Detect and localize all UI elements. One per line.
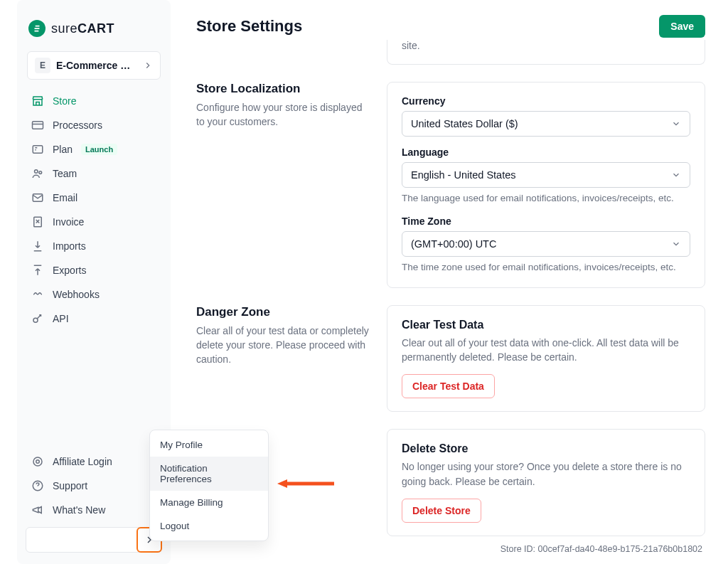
- section-desc: Clear all of your test data or completel…: [196, 324, 370, 367]
- store-id-footer: Store ID: 00cef7af-da40-48e9-b175-21a76b…: [500, 544, 702, 554]
- language-select[interactable]: English - United States: [402, 162, 690, 188]
- page-title: Store Settings: [196, 17, 302, 36]
- currency-value: United States Dollar ($): [411, 118, 518, 129]
- store-id-value: 00cef7af-da40-48e9-b175-21a76b0b1802: [538, 544, 702, 554]
- nav-label: Invoice: [53, 216, 84, 228]
- team-icon: [31, 167, 44, 180]
- nav-exports[interactable]: Exports: [26, 259, 162, 282]
- affiliate-icon: [31, 455, 44, 468]
- api-icon: [31, 312, 44, 325]
- megaphone-icon: [31, 504, 44, 516]
- timezone-label: Time Zone: [402, 216, 690, 227]
- nav-processors[interactable]: Processors: [26, 114, 162, 137]
- nav-label: What's New: [53, 504, 105, 516]
- clear-desc: Clear out all of your test data with one…: [402, 336, 690, 365]
- brand-wordmark: sureCART: [51, 21, 114, 36]
- secondary-nav: Affiliate Login Support What's New: [26, 450, 162, 521]
- timezone-value: (GMT+00:00) UTC: [411, 238, 496, 250]
- nav-email[interactable]: Email: [26, 186, 162, 209]
- currency-select[interactable]: United States Dollar ($): [402, 111, 690, 137]
- store-id-label: Store ID:: [500, 544, 538, 554]
- language-label: Language: [402, 147, 690, 158]
- previous-card-fragment: site.: [387, 40, 705, 65]
- language-help: The language used for email notification…: [402, 192, 690, 206]
- svg-point-9: [36, 460, 40, 464]
- chevron-down-icon: [671, 119, 681, 129]
- store-name: E-Commerce Bus…: [56, 60, 137, 71]
- brand-mark-icon: [28, 20, 46, 37]
- nav-affiliate[interactable]: Affiliate Login: [26, 450, 162, 473]
- clear-title: Clear Test Data: [402, 319, 690, 331]
- language-value: English - United States: [411, 169, 516, 181]
- nav-whatsnew[interactable]: What's New: [26, 499, 162, 521]
- user-menu-trigger[interactable]: [26, 527, 162, 553]
- nav-label: Exports: [53, 265, 86, 276]
- fragment-text: site.: [402, 40, 420, 51]
- email-icon: [31, 191, 44, 204]
- menu-manage-billing[interactable]: Manage Billing: [150, 491, 268, 514]
- nav-label: Processors: [53, 119, 102, 131]
- nav-label: Email: [53, 192, 77, 203]
- store-switcher[interactable]: E E-Commerce Bus…: [27, 51, 161, 80]
- export-icon: [31, 264, 44, 277]
- svg-point-7: [33, 318, 38, 322]
- nav-label: Imports: [53, 240, 86, 252]
- clear-test-data-button[interactable]: Clear Test Data: [402, 374, 495, 398]
- import-icon: [31, 240, 44, 252]
- svg-point-4: [39, 171, 42, 174]
- chevron-down-icon: [671, 170, 681, 180]
- nav-api[interactable]: API: [26, 307, 162, 330]
- brand-logo: sureCART: [26, 20, 162, 51]
- section-title: Danger Zone: [196, 305, 370, 319]
- nav-label: Webhooks: [53, 289, 100, 300]
- section-desc: Configure how your store is displayed to…: [196, 100, 370, 129]
- menu-my-profile[interactable]: My Profile: [150, 433, 268, 457]
- nav-webhooks[interactable]: Webhooks: [26, 283, 162, 306]
- chevron-right-icon: [143, 60, 153, 70]
- page-header: Store Settings Save: [196, 0, 705, 40]
- store-avatar: E: [35, 58, 50, 73]
- section-title: Store Localization: [196, 82, 370, 96]
- svg-rect-2: [33, 146, 43, 154]
- nav-label: Plan: [53, 144, 73, 155]
- svg-marker-12: [277, 479, 287, 488]
- invoice-icon: [31, 216, 44, 228]
- support-icon: [31, 479, 44, 492]
- localization-card: Currency United States Dollar ($) Langua…: [387, 82, 705, 288]
- timezone-select[interactable]: (GMT+00:00) UTC: [402, 231, 690, 257]
- sidebar: sureCART E E-Commerce Bus… Store Process…: [17, 0, 171, 564]
- section-localization: Store Localization Configure how your st…: [196, 82, 705, 288]
- nav-label: Team: [53, 168, 77, 179]
- menu-logout[interactable]: Logout: [150, 514, 268, 538]
- nav-imports[interactable]: Imports: [26, 235, 162, 257]
- primary-nav: Store Processors Plan Launch Team Email …: [26, 90, 162, 330]
- delete-store-card: Delete Store No longer using your store?…: [387, 429, 705, 536]
- user-menu-popup: My Profile Notification Preferences Mana…: [149, 430, 269, 541]
- webhook-icon: [31, 288, 44, 301]
- chevron-down-icon: [671, 239, 681, 249]
- nav-label: Support: [53, 480, 87, 491]
- annotation-arrow-icon: [277, 478, 334, 489]
- save-button[interactable]: Save: [659, 15, 705, 38]
- timezone-help: The time zone used for email notificatio…: [402, 261, 690, 275]
- nav-label: Store: [53, 95, 76, 107]
- plan-icon: [31, 143, 44, 156]
- svg-point-8: [33, 457, 42, 466]
- menu-notification-preferences[interactable]: Notification Preferences: [150, 457, 268, 491]
- nav-plan[interactable]: Plan Launch: [26, 138, 162, 161]
- nav-label: API: [53, 313, 69, 324]
- clear-test-data-card: Clear Test Data Clear out all of your te…: [387, 305, 705, 413]
- nav-label: Affiliate Login: [53, 456, 112, 467]
- section-danger: Danger Zone Clear all of your test data …: [196, 305, 705, 536]
- store-icon: [31, 95, 44, 107]
- delete-title: Delete Store: [402, 442, 690, 455]
- svg-rect-0: [33, 122, 43, 129]
- nav-invoice[interactable]: Invoice: [26, 211, 162, 233]
- nav-team[interactable]: Team: [26, 162, 162, 185]
- currency-label: Currency: [402, 95, 690, 107]
- nav-support[interactable]: Support: [26, 474, 162, 497]
- nav-store[interactable]: Store: [26, 90, 162, 112]
- delete-desc: No longer using your store? Once you del…: [402, 459, 690, 489]
- delete-store-button[interactable]: Delete Store: [402, 499, 481, 523]
- card-icon: [31, 119, 44, 132]
